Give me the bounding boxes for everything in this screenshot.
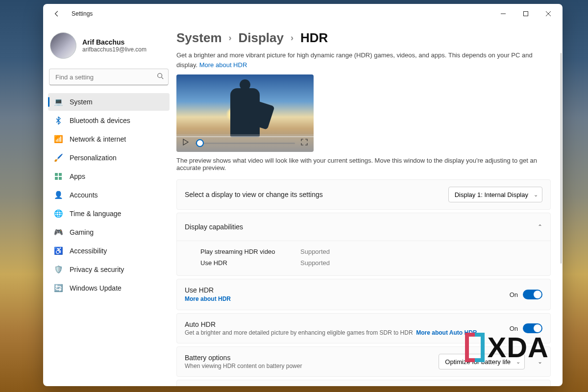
time-icon: 🌐 [54,209,63,218]
auto-hdr-panel: Auto HDR Get a brighter and more detaile… [176,313,551,343]
preview-caption: The preview shows what video will look l… [176,157,551,172]
fullscreen-icon [301,139,308,146]
use-hdr-panel: Use HDR More about HDR On [176,279,551,310]
chevron-right-icon: › [291,33,294,43]
accessibility-icon: ♿ [54,246,63,255]
hdr-preview-video [176,74,314,152]
sidebar-item-label: Personalization [70,154,117,162]
video-controls [176,134,314,152]
gaming-icon: 🎮 [54,228,63,237]
svg-line-3 [162,77,164,79]
sidebar-item-label: Gaming [70,228,94,236]
battery-options-panel: Battery options When viewing HDR content… [176,346,551,377]
display-capabilities-panel: Display capabilities ⌃ Play streaming HD… [176,213,551,276]
svg-rect-1 [524,12,528,16]
search-box [49,69,169,85]
maximize-icon [523,11,528,16]
breadcrumb-display[interactable]: Display [239,30,284,46]
avatar [50,32,76,59]
use-hdr-more-link[interactable]: More about HDR [185,295,231,302]
search-input[interactable] [49,69,169,85]
sidebar-item-system[interactable]: 💻System [48,93,170,111]
play-button[interactable] [182,139,189,147]
svg-rect-4 [55,173,58,176]
sidebar-item-apps[interactable]: Apps [48,168,170,185]
bluetooth-icon [54,116,63,125]
apps-icon [54,172,63,181]
sidebar-item-network[interactable]: 📶Network & internet [48,130,170,148]
titlebar: Settings [43,4,563,24]
sidebar-item-gaming[interactable]: 🎮Gaming [48,223,170,241]
user-email: arifbacchus19@live.com [82,46,147,53]
close-button[interactable] [537,4,560,24]
capabilities-body: Play streaming HDR videoSupportedUse HDR… [177,241,550,275]
play-icon [182,139,189,146]
breadcrumb-system[interactable]: System [176,30,222,46]
sidebar: Arif Bacchus arifbacchus19@live.com 💻Sys… [43,24,174,386]
svg-rect-6 [55,177,58,180]
chevron-up-icon: ⌃ [538,223,542,230]
sidebar-item-label: System [70,98,93,106]
window-title: Settings [72,10,93,17]
close-icon [546,11,551,16]
auto-hdr-more-link[interactable]: More about Auto HDR [416,329,477,336]
svg-rect-5 [59,173,62,176]
sidebar-item-privacy[interactable]: 🛡️Privacy & security [48,261,170,278]
sidebar-item-label: Bluetooth & devices [70,117,130,124]
sidebar-item-update[interactable]: 🔄Windows Update [48,279,170,297]
back-arrow-icon [53,10,60,17]
select-display-label: Select a display to view or change its s… [185,191,442,198]
personalization-icon: 🖌️ [54,153,63,162]
hdr-brightness-panel: HDR content brightness Move this window … [176,380,551,386]
sidebar-item-personalization[interactable]: 🖌️Personalization [48,149,170,167]
svg-point-2 [158,74,162,78]
user-block[interactable]: Arif Bacchus arifbacchus19@live.com [48,27,170,67]
back-button[interactable] [50,7,64,21]
capability-row: Play streaming HDR videoSupported [200,246,542,257]
accounts-icon: 👤 [54,191,63,199]
sidebar-item-label: Time & language [70,210,121,218]
fullscreen-button[interactable] [301,139,308,147]
nav-list: 💻SystemBluetooth & devices📶Network & int… [48,93,170,297]
chevron-down-icon[interactable]: ⌄ [538,358,542,365]
sidebar-item-accessibility[interactable]: ♿Accessibility [48,242,170,260]
privacy-icon: 🛡️ [54,265,63,274]
use-hdr-toggle[interactable] [523,290,542,299]
sidebar-item-label: Accounts [70,191,98,199]
user-name: Arif Bacchus [82,38,147,46]
scrollbar[interactable] [561,53,562,264]
sidebar-item-label: Apps [70,172,85,180]
sidebar-item-label: Accessibility [70,247,107,255]
update-icon: 🔄 [54,284,63,293]
display-dropdown[interactable]: Display 1: Internal Display ⌄ [448,187,542,202]
breadcrumb: System › Display › HDR [176,30,551,46]
page-title: HDR [300,30,328,46]
maximize-button[interactable] [514,4,537,24]
search-icon [157,73,164,81]
sidebar-item-time[interactable]: 🌐Time & language [48,205,170,222]
video-seek-slider[interactable] [195,143,295,144]
capability-row: Use HDRSupported [200,257,542,269]
sidebar-item-bluetooth[interactable]: Bluetooth & devices [48,112,170,129]
sidebar-item-accounts[interactable]: 👤Accounts [48,186,170,204]
chevron-down-icon: ⌄ [534,192,538,198]
more-about-hdr-link[interactable]: More about HDR [199,61,247,69]
display-capabilities-expander[interactable]: Display capabilities ⌃ [177,213,550,241]
svg-rect-7 [59,177,62,180]
chevron-down-icon: ⌄ [516,359,520,365]
sidebar-item-label: Windows Update [70,284,122,292]
network-icon: 📶 [54,135,63,144]
select-display-panel: Select a display to view or change its s… [176,179,551,210]
settings-window: Settings Arif Bacchus arifbacchus19@live… [43,4,563,386]
sidebar-item-label: Network & internet [70,135,126,143]
minimize-button[interactable] [492,4,514,24]
page-description: Get a brighter and more vibrant picture … [176,50,551,70]
main-content: System › Display › HDR Get a brighter an… [174,24,563,386]
minimize-icon [501,11,506,16]
battery-options-dropdown[interactable]: Optimize for battery life ⌄ [439,354,525,369]
sidebar-item-label: Privacy & security [70,266,124,273]
chevron-right-icon: › [229,33,232,43]
auto-hdr-toggle[interactable] [523,323,542,333]
system-icon: 💻 [54,98,63,106]
